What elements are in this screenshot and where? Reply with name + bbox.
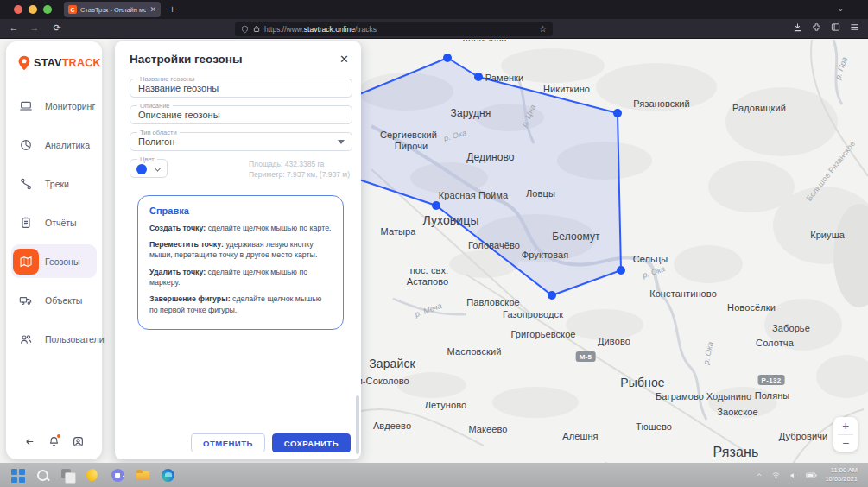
perimeter-value: Периметр: 7.937 км, (7.937 м) [249,169,350,180]
url-text[interactable]: https://www.stavtrack.online/tracks [264,25,535,34]
highway-badge: М-5 [576,351,596,362]
new-tab-button[interactable]: + [169,3,175,16]
place-label: Павловское [466,297,520,307]
geozone-metrics: Площадь: 432.3385 га Периметр: 7.937 км,… [249,159,352,180]
minimize-window-button[interactable] [29,5,37,14]
color-picker[interactable]: Цвет [130,159,168,178]
zoom-in-button[interactable]: + [833,417,858,434]
place-label: Рыбное [620,376,664,389]
help-item: Завершение фигуры: сделайте щелчок мышью… [149,294,332,315]
panel-close-icon[interactable]: ✕ [339,54,349,65]
geozone-name-label: Название геозоны [137,75,198,83]
place-label: Зарудня [451,107,491,119]
system-tray: 11:00 AM 10/05/2021 [755,466,868,484]
sidebar-item-geozones[interactable]: Геозоны [6,242,102,281]
forward-button[interactable]: → [28,22,41,33]
area-type-select[interactable]: Тип области Полигон [130,132,352,151]
place-label: Солотча [756,338,794,348]
geozone-description-field[interactable]: Описание Описание геозоны [130,105,352,124]
sidebar-item-tracks[interactable]: Треки [6,164,102,203]
sidebar-item-label: Объекты [45,295,82,306]
sidebar-item-analytics[interactable]: Аналитика [6,125,102,164]
notifications-bell-icon[interactable] [48,435,60,451]
area-type-label: Тип области [137,129,180,136]
help-item: Переместить точку: удерживая левую кнопк… [149,239,332,261]
collapse-sidebar-button[interactable] [24,435,35,451]
firefox-icon[interactable] [86,468,100,483]
app-logo[interactable]: STAVTRACK [6,41,102,79]
search-icon[interactable] [35,468,50,483]
shield-icon[interactable] [241,25,249,34]
reports-icon [13,210,39,236]
objects-icon [13,288,39,313]
wifi-icon[interactable] [771,471,781,479]
tray-chevron-up-icon[interactable] [755,471,763,478]
place-label: Дубровичи [779,431,828,441]
explorer-icon[interactable] [136,468,150,483]
sidebar-item-reports[interactable]: Отчёты [6,203,102,242]
place-label: Летуново [425,400,466,410]
sidebar-item-label: Мониторинг [45,101,95,111]
reload-button[interactable]: ⟳ [50,22,64,34]
polygon-vertex[interactable] [548,291,556,300]
date: 10/05/2021 [825,475,858,484]
panel-scrollbar[interactable] [356,395,359,454]
sidebar: STAVTRACK МониторингАналитикаТрекиОтчёты… [6,41,102,459]
dropdown-arrow-icon[interactable] [338,140,345,144]
edge-icon[interactable] [161,468,175,483]
window-controls [14,5,52,14]
place-label: Алёшня [562,431,598,441]
analytics-icon [13,132,39,158]
profile-button[interactable] [73,435,84,451]
polygon-vertex[interactable] [474,73,483,81]
back-button[interactable]: ← [7,22,21,33]
logo-pin-icon [16,55,32,71]
start-icon[interactable] [10,468,25,483]
place-label: Сельцы [633,254,668,264]
task-view-icon[interactable] [60,468,75,483]
bookmark-star-icon[interactable]: ☆ [539,24,547,34]
place-label: Пирочи [395,141,428,151]
zoom-out-button[interactable]: − [833,435,858,452]
browser-tab[interactable]: С СтавТрэк - Онлайн мониторин ✕ [64,2,161,17]
color-label: Цвет [137,155,157,163]
polygon-vertex[interactable] [617,266,625,275]
chevron-down-icon[interactable] [155,165,162,172]
polygon-vertex[interactable] [432,201,440,210]
place-label: Радовицкий [732,103,786,113]
extensions-icon[interactable] [812,22,821,32]
sidebar-item-label: Треки [45,179,69,189]
list-tabs-chevron-icon[interactable]: ⌄ [837,4,844,13]
color-swatch[interactable] [136,164,147,174]
maximize-window-button[interactable] [43,5,52,14]
polygon-vertex[interactable] [443,54,452,62]
sidebar-toggle-icon[interactable] [831,22,840,32]
sidebar-item-monitoring[interactable]: Мониторинг [6,86,102,125]
volume-icon[interactable] [789,471,798,479]
browser-tab-bar: С СтавТрэк - Онлайн мониторин ✕ + ⌄ [0,0,868,19]
geozone-settings-panel: Настройки геозоны ✕ Название геозоны Наз… [115,41,361,459]
geozone-name-field[interactable]: Название геозоны Название геозоны [130,79,352,98]
polygon-vertex[interactable] [613,109,622,117]
battery-icon[interactable] [806,471,817,479]
place-label: Заокское [717,407,757,417]
url-bar[interactable]: https://www.stavtrack.online/tracks ☆ [235,22,553,36]
place-label: Авдеево [373,421,411,431]
teams-icon[interactable] [111,468,125,483]
close-window-button[interactable] [14,5,22,14]
tab-close-icon[interactable]: ✕ [149,6,156,14]
sidebar-item-label: Отчёты [45,218,77,228]
menu-hamburger-icon[interactable] [850,22,859,32]
place-label: Красная Пойма [439,190,509,200]
downloads-icon[interactable] [793,22,802,32]
place-label: Дивово [598,336,630,346]
sidebar-item-label: Аналитика [45,140,90,150]
cancel-button[interactable]: ОТМЕНИТЬ [191,433,265,452]
place-label: Ходынино [706,391,752,402]
place-label: Рязановский [633,98,690,109]
place-label: Ловцы [526,188,555,199]
save-button[interactable]: СОХРАНИТЬ [272,433,351,452]
sidebar-item-users[interactable]: Пользователи [6,319,102,358]
taskbar-clock[interactable]: 11:00 AM 10/05/2021 [825,466,858,484]
sidebar-item-objects[interactable]: Объекты [6,281,102,319]
